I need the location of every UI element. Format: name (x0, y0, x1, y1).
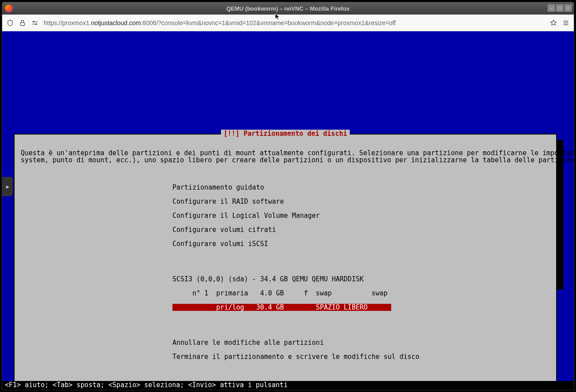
permissions-icon[interactable] (31, 19, 38, 26)
hamburger-menu-icon[interactable] (562, 19, 569, 26)
novnc-handle[interactable]: ▸ (2, 177, 13, 196)
address-bar: https://proxmox1.notjustacloud.com:8006/… (2, 15, 574, 31)
firefox-icon (5, 4, 13, 12)
url-suffix: :8006/?console=kvm&novnc=1&vmid=102&vmna… (141, 19, 396, 26)
menu-configure-raid[interactable]: Configurare il RAID software (172, 198, 550, 205)
svg-point-2 (35, 23, 37, 25)
maximize-button[interactable]: □ (556, 4, 564, 12)
vnc-viewport[interactable]: ▸ [!!] Partizionamento dei dischi Questa… (2, 31, 574, 390)
window-title: QEMU (bookworm) – noVNC – Mozilla Firefo… (226, 5, 350, 12)
help-bar: <F1> aiuto; <Tab> sposta; <Spazio> selez… (2, 381, 574, 390)
partition-dialog: [!!] Partizionamento dei dischi Questa è… (14, 134, 557, 390)
url-domain: notjustacloud.com (91, 19, 141, 26)
partition-row-1[interactable]: n° 1 primaria 4.0 GB f swap swap (172, 290, 550, 297)
svg-rect-0 (20, 22, 24, 26)
menu-configure-crypt[interactable]: Configurare volumi cifrati (172, 226, 550, 233)
url-prefix: https://proxmox1. (44, 19, 91, 26)
menu-configure-lvm[interactable]: Configurare il Logical Volume Manager (172, 212, 550, 219)
svg-point-1 (33, 21, 34, 22)
menu-finish-partitioning[interactable]: Terminare il partizionamento e scrivere … (172, 353, 550, 360)
menu-undo-changes[interactable]: Annullare le modifiche alle partizioni (172, 339, 550, 346)
shield-icon[interactable] (7, 19, 14, 26)
minimize-button[interactable]: – (547, 4, 555, 12)
dialog-title: [!!] Partizionamento dei dischi (221, 130, 350, 138)
firefox-window: QEMU (bookworm) – noVNC – Mozilla Firefo… (2, 2, 574, 390)
disk-header[interactable]: SCSI3 (0,0,0) (sda) - 34.4 GB QEMU QEMU … (172, 276, 550, 283)
close-button[interactable]: × (564, 4, 572, 12)
titlebar: QEMU (bookworm) – noVNC – Mozilla Firefo… (2, 2, 574, 15)
window-controls: – □ × (547, 4, 572, 12)
menu-guided-partitioning[interactable]: Partizionamento guidato (172, 184, 550, 191)
chevron-right-icon: ▸ (6, 183, 9, 190)
url-field[interactable]: https://proxmox1.notjustacloud.com:8006/… (44, 19, 545, 26)
partition-row-free-selected[interactable]: pri/log 30.4 GB SPAZIO LIBERO (172, 304, 391, 311)
bookmark-star-icon[interactable] (550, 19, 557, 26)
dialog-description: Questa è un'anteprima delle partizioni e… (21, 149, 550, 164)
lock-icon[interactable] (19, 19, 26, 26)
menu-configure-iscsi[interactable]: Configurare volumi iSCSI (172, 240, 550, 247)
